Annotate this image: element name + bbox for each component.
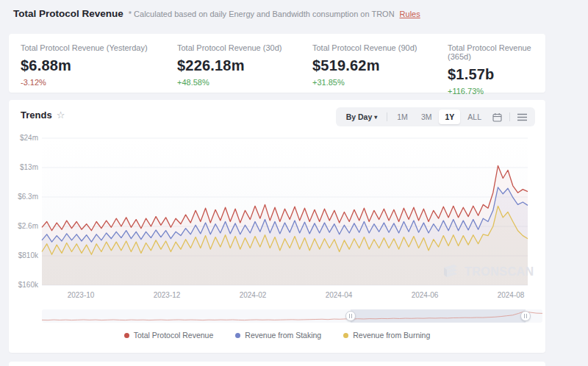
legend-revenue-from-staking[interactable]: Revenue from Staking — [235, 331, 321, 340]
legend-label: Total Protocol Revenue — [134, 331, 214, 340]
y-tick: $24m — [9, 134, 38, 142]
navigator-right-handle[interactable] — [520, 311, 531, 321]
stats-card: Total Protocol Revenue (Yesterday) $6.88… — [9, 34, 545, 93]
rules-link[interactable]: Rules — [400, 10, 420, 18]
stat-delta: +31.85% — [312, 78, 436, 87]
x-tick: 2024-04 — [317, 291, 361, 299]
stat-value: $1.57b — [448, 66, 545, 83]
page-note: * Calculated based on daily Energy and B… — [129, 10, 395, 18]
y-tick: $810k — [9, 251, 38, 259]
stat-label: Total Protocol Revenue (30d) — [177, 43, 301, 52]
stat-value: $6.88m — [21, 57, 165, 74]
stat-30d: Total Protocol Revenue (30d) $226.18m +4… — [165, 34, 301, 93]
x-tick: 2024-06 — [403, 291, 447, 299]
stat-delta: +48.58% — [177, 78, 301, 87]
page-header: Total Protocol Revenue * Calculated base… — [13, 8, 575, 24]
next-card-edge — [9, 362, 545, 366]
y-tick: $13m — [9, 163, 38, 171]
x-tick: 2024-02 — [231, 291, 275, 299]
legend-label: Revenue from Staking — [245, 331, 321, 340]
legend-total-protocol-revenue[interactable]: Total Protocol Revenue — [124, 331, 214, 340]
y-tick: $160k — [9, 281, 38, 289]
stat-delta: +116.73% — [448, 87, 545, 96]
stat-value: $226.18m — [177, 57, 301, 74]
x-tick: 2023-10 — [59, 291, 103, 299]
legend-label: Revenue from Burning — [353, 331, 430, 340]
y-tick: $2.6m — [9, 222, 38, 230]
protocol-revenue-page: Total Protocol Revenue * Calculated base… — [0, 0, 588, 366]
trends-card: Trends ☆ By Day ▾ 1M 3M 1Y ALL — [9, 100, 545, 353]
x-tick: 2023-12 — [145, 291, 189, 299]
stat-delta: -3.12% — [21, 78, 165, 87]
stat-label: Total Protocol Revenue (365d) — [448, 43, 545, 61]
stat-90d: Total Protocol Revenue (90d) $519.62m +3… — [301, 34, 436, 93]
chart-navigator[interactable] — [42, 309, 542, 323]
stat-label: Total Protocol Revenue (Yesterday) — [21, 43, 165, 52]
legend-revenue-from-burning[interactable]: Revenue from Burning — [343, 331, 430, 340]
stat-yesterday: Total Protocol Revenue (Yesterday) $6.88… — [9, 34, 165, 93]
chart-legend: Total Protocol Revenue Revenue from Stak… — [9, 331, 545, 340]
navigator-mini-line — [42, 309, 542, 323]
stat-365d: Total Protocol Revenue (365d) $1.57b +11… — [436, 34, 545, 93]
legend-dot — [124, 333, 129, 338]
page-title: Total Protocol Revenue — [13, 8, 123, 19]
stat-label: Total Protocol Revenue (90d) — [312, 43, 436, 52]
legend-dot — [343, 333, 348, 338]
x-tick: 2024-08 — [489, 291, 533, 299]
legend-dot — [235, 333, 240, 338]
stat-value: $519.62m — [312, 57, 436, 74]
y-tick: $6.3m — [9, 193, 38, 201]
